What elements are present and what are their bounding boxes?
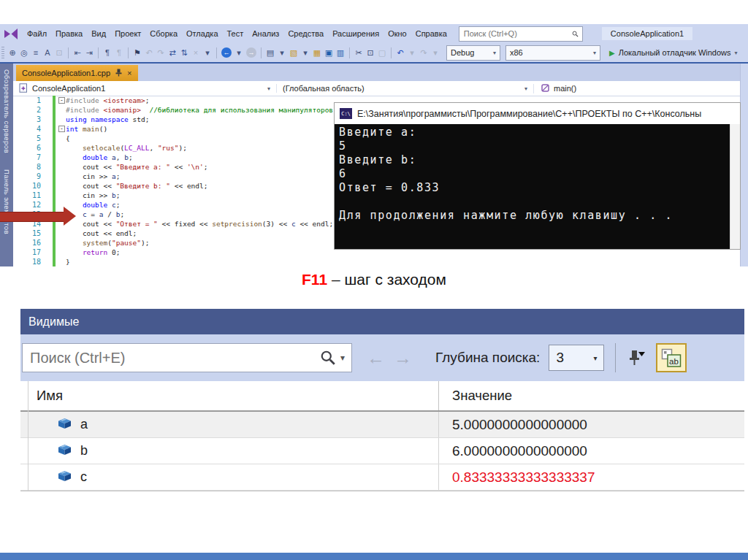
goto-member-icon[interactable]: ◎ (19, 47, 30, 59)
uncomment-icon[interactable]: ¶ (114, 47, 125, 59)
menu-item-10[interactable]: Окно (383, 29, 411, 38)
autos-search[interactable]: ▾ (22, 343, 352, 372)
member-dropdown[interactable]: main() (533, 84, 584, 93)
cut-icon[interactable]: ✂ (354, 47, 365, 59)
comment-icon[interactable]: ¶ (102, 47, 113, 59)
outdent-icon[interactable]: ⇤ (72, 47, 83, 59)
code-text: #include <iomanip> //библиотека для испо… (66, 105, 333, 115)
next-bookmark-icon[interactable]: ↷ (156, 47, 167, 59)
editor-scrollbar[interactable] (740, 64, 748, 266)
save-icon[interactable]: ▣ (324, 47, 335, 59)
member-dropdown-value: main() (554, 84, 576, 93)
autos-panel-title-bar[interactable]: Видимые (20, 309, 744, 334)
menu-item-2[interactable]: Вид (87, 29, 110, 38)
nav-forward-icon[interactable]: → (246, 47, 256, 58)
show-raw-values-toggle[interactable]: ab (656, 343, 687, 372)
close-icon[interactable]: × (127, 69, 131, 77)
menu-item-6[interactable]: Тест (223, 29, 248, 38)
open-file-icon[interactable]: ▦ (312, 47, 323, 59)
clear-bookmarks-icon[interactable]: × (191, 47, 202, 59)
autos-search-input[interactable] (23, 350, 320, 367)
prev-bookmark-icon[interactable]: ↶ (144, 47, 155, 59)
menu-item-7[interactable]: Анализ (248, 29, 283, 38)
export-bookmarks-icon[interactable]: ⇅ (179, 47, 190, 59)
start-debugging-label: Локальный отладчик Windows (619, 48, 731, 57)
nav-back-caret-icon[interactable]: ▾ (234, 47, 245, 59)
platform-dropdown[interactable]: x86 ▾ (505, 45, 600, 61)
visual-studio-logo-icon (4, 28, 18, 39)
history-back-icon[interactable]: ← (367, 349, 385, 367)
menu-item-8[interactable]: Средства (283, 29, 328, 38)
console-scrollbar[interactable] (730, 124, 740, 249)
pin-icon[interactable] (115, 69, 122, 78)
console-output: Введите a:5Введите b:6Ответ = 0.833 Для … (335, 124, 730, 249)
redo-icon[interactable]: ↷ (419, 47, 430, 59)
toolbar-grip-handle[interactable] (1, 47, 4, 58)
server-explorer-tab[interactable]: Обозреватель серверов (3, 69, 11, 153)
toggle-bookmark-icon[interactable]: ⚑ (132, 47, 143, 59)
variable-row-c[interactable]: c0.83333333333333337 (20, 464, 744, 491)
menu-item-3[interactable]: Проект (110, 29, 145, 38)
console-title-text: E:\Занятия\программисты\Программирование… (357, 109, 701, 119)
menu-item-5[interactable]: Отладка (182, 29, 222, 38)
fold-toggle-icon[interactable]: - (58, 124, 66, 134)
save-all-icon[interactable]: ▥ (335, 47, 346, 59)
autos-panel: Видимые ▾ ← → Глубина поиска: 3 ▾ (20, 309, 744, 491)
chevron-down-icon[interactable]: ▾ (340, 353, 345, 363)
code-text: int main() (66, 124, 107, 134)
quick-search-input[interactable] (459, 29, 572, 38)
redo-caret-icon[interactable]: ▾ (430, 47, 441, 59)
indent-icon[interactable]: ⇥ (84, 47, 95, 59)
quick-search[interactable] (459, 26, 583, 42)
copy-icon[interactable]: ⊡ (365, 47, 376, 59)
paste-icon[interactable]: ▢ (377, 47, 388, 59)
toggle-ab-label: ab (669, 356, 679, 365)
scope-dropdown[interactable]: (Глобальная область) ▾ (276, 84, 533, 93)
code-text: cout << "Ответ = " << fixed << setprecis… (66, 219, 333, 229)
variable-cube-icon (58, 443, 71, 459)
history-forward-icon[interactable]: → (394, 349, 412, 367)
toolbar-separator (349, 47, 350, 58)
console-line-2: Введите b: (339, 153, 726, 167)
line-number: 10 (13, 181, 41, 191)
paste-special-icon[interactable]: ⊡ (54, 47, 65, 59)
fold-slot-empty (58, 257, 66, 266)
menu-item-11[interactable]: Справка (411, 29, 451, 38)
chevron-down-icon: ▾ (267, 85, 270, 92)
font-size-icon[interactable]: A (42, 47, 53, 59)
menu-item-4[interactable]: Сборка (145, 29, 182, 38)
variable-row-b[interactable]: b6.0000000000000000 (20, 438, 744, 464)
menu-item-0[interactable]: Файл (23, 29, 51, 38)
search-depth-value: 3 (556, 350, 564, 366)
variable-name-cell: a (20, 412, 438, 437)
new-file-caret-icon[interactable]: ▾ (277, 47, 288, 59)
toolbar-separator (391, 47, 392, 58)
member-list-icon[interactable]: ≡ (31, 47, 42, 59)
fold-slot-empty (58, 115, 66, 124)
variable-value-cell: 0.83333333333333337 (438, 464, 744, 490)
new-file-icon[interactable]: ▤ (265, 47, 276, 59)
add-item-icon[interactable]: ▧ (289, 47, 299, 59)
toolbar-separator (615, 343, 616, 372)
code-text: #include <iostream>; (66, 96, 149, 105)
nav-back-icon[interactable]: ← (221, 47, 232, 58)
variable-row-a[interactable]: a5.0000000000000000 (20, 412, 744, 438)
search-depth-dropdown[interactable]: 3 ▾ (549, 345, 604, 371)
menu-item-9[interactable]: Расширения (328, 29, 383, 38)
document-tab-bar: ConsoleApplication1.cpp × (13, 64, 748, 81)
document-tab[interactable]: ConsoleApplication1.cpp × (16, 65, 138, 81)
menu-item-1[interactable]: Правка (51, 29, 87, 38)
console-title-bar[interactable]: C:\ E:\Занятия\программисты\Программиров… (335, 103, 740, 124)
start-debugging-button[interactable]: ▶ Локальный отладчик Windows ▾ (609, 48, 738, 57)
undo-icon[interactable]: ↶ (395, 47, 406, 59)
pin-filter-icon[interactable] (627, 348, 646, 367)
debug-config-dropdown[interactable]: Debug ▾ (446, 45, 500, 61)
console-window[interactable]: C:\ E:\Занятия\программисты\Программиров… (334, 102, 741, 250)
quick-actions-icon[interactable]: ⊕ (7, 47, 18, 59)
project-dropdown[interactable]: ConsoleApplication1 ▾ (13, 83, 276, 94)
import-bookmarks-icon[interactable]: ⇄ (167, 47, 178, 59)
undo-caret-icon[interactable]: ▾ (407, 47, 418, 59)
add-item-caret-icon[interactable]: ▾ (300, 47, 311, 59)
fold-toggle-icon[interactable]: - (58, 96, 66, 105)
overflow-icon[interactable]: ▾ (202, 47, 213, 59)
